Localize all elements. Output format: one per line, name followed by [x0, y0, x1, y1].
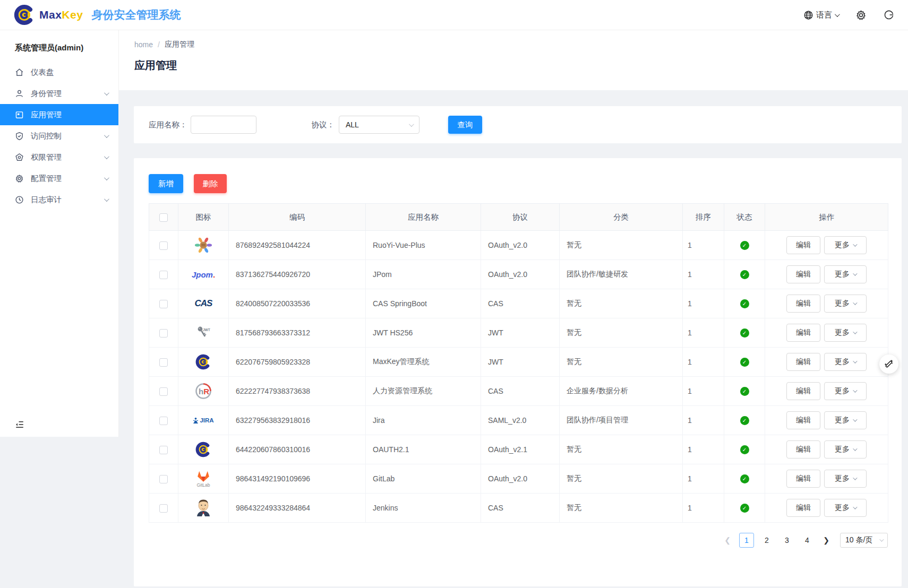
sidebar-item-6[interactable]: 配置管理	[0, 168, 118, 189]
more-button[interactable]: 更多	[824, 265, 867, 283]
row-checkbox[interactable]	[159, 387, 168, 396]
app-protocol: CAS	[481, 377, 560, 406]
more-button[interactable]: 更多	[824, 499, 867, 517]
edit-button[interactable]: 编辑	[786, 324, 820, 342]
app-name: 人力资源管理系统	[366, 377, 481, 406]
row-checkbox[interactable]	[159, 417, 168, 425]
row-checkbox[interactable]	[159, 475, 168, 483]
app-sort: 1	[683, 464, 724, 494]
chevron-down-icon	[853, 505, 857, 509]
row-checkbox[interactable]	[159, 300, 168, 308]
sidebar-item-label: 身份管理	[31, 89, 62, 99]
edit-button[interactable]: 编辑	[786, 295, 820, 313]
pagination-page-1[interactable]: 1	[739, 533, 754, 548]
settings-button[interactable]	[855, 10, 867, 21]
select-all-checkbox[interactable]	[159, 213, 168, 222]
app-sort: 1	[683, 377, 724, 406]
edit-button[interactable]: 编辑	[786, 382, 820, 400]
sidebar-item-4[interactable]: 访问控制	[0, 125, 118, 146]
chevron-down-icon	[853, 359, 857, 363]
app-code: 986432249333284864	[229, 494, 366, 523]
maxkey-logo	[178, 435, 229, 464]
app-name: OAUTH2.1	[366, 435, 481, 464]
table-row: 876892492581044224RuoYi-Vue-PlusOAuth_v2…	[149, 231, 888, 260]
more-button[interactable]: 更多	[824, 295, 867, 313]
sidebar-item-label: 日志审计	[31, 195, 62, 205]
column-header-4: 协议	[481, 204, 560, 231]
app-sort: 1	[683, 289, 724, 318]
logout-button[interactable]	[884, 10, 894, 20]
sidebar-item-label: 配置管理	[31, 174, 62, 184]
search-button[interactable]: 查询	[448, 116, 482, 134]
edit-button[interactable]: 编辑	[786, 236, 820, 254]
more-button[interactable]: 更多	[824, 382, 867, 400]
app-name: RuoYi-Vue-Plus	[366, 231, 481, 260]
edit-button[interactable]: 编辑	[786, 499, 820, 517]
protocol-select[interactable]: ALL	[339, 116, 419, 134]
row-checkbox[interactable]	[159, 504, 168, 513]
app-name: JWT HS256	[366, 318, 481, 348]
edit-button[interactable]: 编辑	[786, 411, 820, 429]
edit-button[interactable]: 编辑	[786, 265, 820, 283]
breadcrumb-home[interactable]: home	[134, 40, 153, 49]
more-button[interactable]: 更多	[824, 470, 867, 488]
language-menu[interactable]: 语言	[803, 10, 838, 20]
more-button[interactable]: 更多	[824, 411, 867, 429]
more-button[interactable]: 更多	[824, 324, 867, 342]
pagination-pages: 1234	[739, 533, 815, 548]
protocol-selected-value: ALL	[346, 120, 359, 129]
current-user-label: 系统管理员(admin)	[0, 30, 118, 62]
pagination-prev-button[interactable]: ❮	[721, 536, 734, 544]
theme-wand-button[interactable]	[879, 354, 898, 374]
app-code: 876892492581044224	[229, 231, 366, 260]
ruoyi-logo	[178, 231, 229, 260]
table-row: 644220607860310016OAUTH2.1OAuth_v2.1暂无1✓…	[149, 435, 888, 464]
add-button[interactable]: 新增	[149, 174, 183, 193]
page-size-select[interactable]: 10 条/页	[840, 533, 888, 548]
sidebar-item-5[interactable]: 权限管理	[0, 146, 118, 168]
table-row: 622076759805923328MaxKey管理系统JWT暂无1✓编辑更多	[149, 348, 888, 377]
sidebar-item-label: 权限管理	[31, 152, 62, 162]
row-checkbox[interactable]	[159, 329, 168, 338]
sidebar-item-1[interactable]: 仪表盘	[0, 62, 118, 83]
edit-button[interactable]: 编辑	[786, 353, 820, 371]
chevron-down-icon	[409, 122, 414, 127]
sidebar-collapse-button[interactable]	[15, 420, 24, 429]
breadcrumb-separator: /	[158, 40, 160, 49]
delete-button[interactable]: 删除	[194, 174, 227, 193]
app-protocol: CAS	[481, 289, 560, 318]
maxkey-logo	[178, 348, 229, 377]
app-code: 644220607860310016	[229, 435, 366, 464]
sidebar-item-2[interactable]: 身份管理	[0, 83, 118, 104]
breadcrumb: home / 应用管理	[134, 40, 908, 49]
table-panel: 新增 删除 图标编码应用名称协议分类排序状态操作 876892492581044…	[134, 158, 902, 586]
gitlab-logo: GitLab	[178, 464, 229, 494]
row-checkbox[interactable]	[159, 271, 168, 279]
shield-check-icon	[14, 131, 24, 141]
sidebar-item-3[interactable]: 应用管理	[0, 104, 118, 125]
chevron-down-icon	[104, 196, 109, 202]
chevron-down-icon	[104, 90, 109, 96]
edit-button[interactable]: 编辑	[786, 470, 820, 488]
more-button[interactable]: 更多	[824, 353, 867, 371]
chevron-down-icon	[104, 175, 109, 180]
app-sort: 1	[683, 406, 724, 435]
table-row: hR622227747938373638人力资源管理系统CAS企业服务/数据分析…	[149, 377, 888, 406]
row-checkbox[interactable]	[159, 241, 168, 250]
app-name-input[interactable]	[191, 116, 256, 134]
pagination-page-2[interactable]: 2	[759, 533, 774, 548]
row-checkbox[interactable]	[159, 446, 168, 454]
pagination-next-button[interactable]: ❯	[820, 536, 833, 544]
sidebar-item-7[interactable]: 日志审计	[0, 189, 118, 210]
edit-button[interactable]: 编辑	[786, 440, 820, 459]
gear-icon	[14, 174, 24, 183]
more-button[interactable]: 更多	[824, 440, 867, 459]
more-button[interactable]: 更多	[824, 236, 867, 254]
app-sort: 1	[683, 260, 724, 289]
app-category: 企业服务/数据分析	[560, 377, 683, 406]
pagination-page-4[interactable]: 4	[800, 533, 815, 548]
row-checkbox[interactable]	[159, 358, 168, 367]
app-protocol: OAuth_v2.0	[481, 260, 560, 289]
pagination: ❮ 1234 ❯ 10 条/页	[149, 533, 888, 548]
pagination-page-3[interactable]: 3	[779, 533, 794, 548]
